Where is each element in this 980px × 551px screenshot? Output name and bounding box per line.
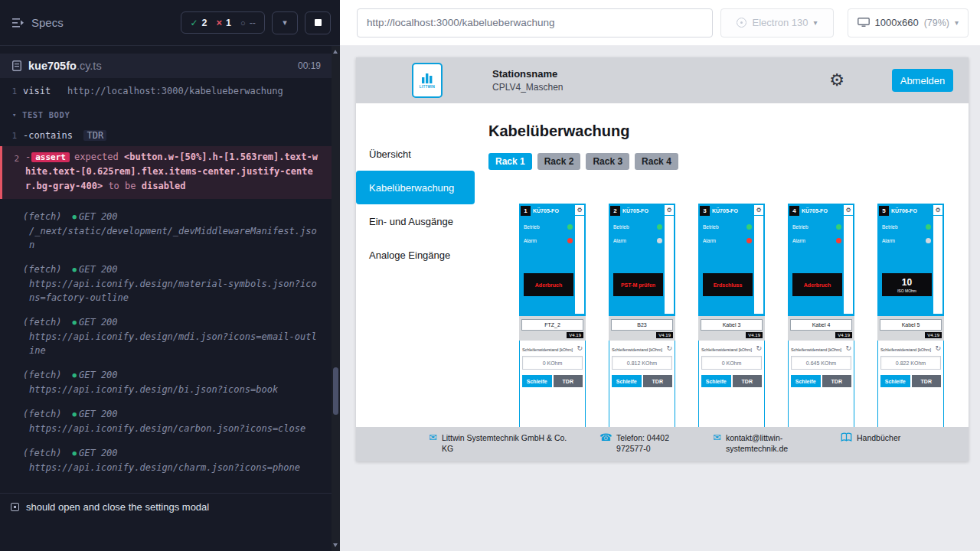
tab-rack-2[interactable]: Rack 2 [537, 153, 581, 170]
card-settings-button[interactable]: ⚙ [754, 205, 763, 215]
viewport-select[interactable]: 1000x660 (79%) ▾ [848, 8, 969, 37]
specs-menu-button[interactable]: Specs [12, 16, 64, 29]
sidebar-item-kabelueberwachung[interactable]: Kabelüberwachung [356, 171, 475, 204]
refresh-icon[interactable]: ↻ [935, 345, 941, 352]
application-under-test: LITTWIN Stationsname CPLV4_Maschen ⚙ Abm… [356, 57, 969, 461]
stop-icon [315, 19, 322, 26]
specs-icon [12, 18, 24, 28]
chevron-down-icon: ▾ [12, 108, 17, 122]
network-log-entry[interactable]: (fetch) ● GET 200 https://api.iconify.de… [0, 315, 332, 357]
refresh-icon[interactable]: ↻ [756, 345, 762, 352]
tdr-button[interactable]: TDR [912, 375, 942, 387]
failed-assert-command[interactable]: 2 -assertexpected <button.w-[50%].h-[1.5… [0, 146, 332, 199]
alarm-label: Alarm [792, 238, 805, 243]
refresh-icon[interactable]: ↻ [666, 345, 672, 352]
command-contains[interactable]: 1 -contains TDR [0, 129, 332, 143]
mail-icon: ✉ [713, 432, 721, 442]
network-log-entry[interactable]: (fetch) ● GET 200 https://api.iconify.de… [0, 368, 332, 396]
stat-pending: ○ -- [240, 18, 256, 28]
footer-email[interactable]: ✉ kontakt@littwin-systemtechnik.de [713, 432, 812, 454]
tdr-button[interactable]: TDR [733, 375, 763, 387]
network-log-entry[interactable]: (fetch) ● GET 200 https://api.iconify.de… [0, 407, 332, 435]
url-input[interactable] [357, 8, 713, 37]
scroll-down-icon[interactable] [333, 543, 338, 547]
stat-passed: ✓ 2 [190, 18, 207, 28]
network-log-entry[interactable]: (fetch) ● GET 200 https://api.iconify.de… [0, 446, 332, 474]
status-dot-icon: ● [73, 407, 77, 422]
request-url: https://api.iconify.design/carbon.json?i… [0, 422, 332, 435]
app-sidebar: Übersicht Kabelüberwachung Ein- und Ausg… [356, 103, 475, 427]
sidebar-item-analoge-eingaenge[interactable]: Analoge Eingänge [356, 238, 475, 272]
specs-label: Specs [31, 16, 64, 29]
schleife-button[interactable]: Schleife [880, 375, 910, 387]
stat-failed: × 1 [216, 17, 231, 28]
card-settings-button[interactable]: ⚙ [933, 205, 942, 215]
firmware-version: V4.19 [656, 332, 673, 338]
footer-phone[interactable]: ☎ Telefon: 04402 972577-0 [599, 432, 684, 454]
device-card: 1 KÜ705-FO ⚙ Betrieb Alarm Aderbruch [519, 204, 586, 427]
pending-test-row[interactable]: should open and close the settings modal [0, 493, 332, 520]
book-icon [841, 432, 852, 442]
refresh-icon[interactable]: ↻ [577, 345, 583, 352]
chevron-down-icon: ▾ [283, 18, 287, 27]
alarm-label: Alarm [524, 238, 537, 243]
alarm-label: Alarm [613, 238, 626, 243]
stop-button[interactable] [305, 11, 331, 34]
card-settings-button[interactable]: ⚙ [665, 205, 674, 215]
device-card: 4 KÜ705-FO ⚙ Betrieb Alarm Aderbruch [788, 204, 854, 427]
status-display: Aderbruch [524, 273, 573, 296]
schleife-button[interactable]: Schleife [612, 375, 642, 387]
tdr-button[interactable]: TDR [822, 375, 852, 387]
spec-header[interactable]: kue705fo.cy.ts 00:19 [0, 54, 332, 78]
tab-rack-1[interactable]: Rack 1 [488, 153, 532, 170]
settings-gear-icon[interactable]: ⚙ [829, 72, 844, 89]
tab-rack-4[interactable]: Rack 4 [635, 153, 678, 170]
tdr-button[interactable]: TDR [643, 375, 673, 387]
reporter-scrollbar[interactable] [332, 46, 340, 551]
betrieb-led [567, 224, 573, 230]
logout-button[interactable]: Abmelden [892, 69, 953, 92]
network-log-entry[interactable]: (fetch) ● GET 200 https://api.iconify.de… [0, 262, 332, 305]
level-indicator [575, 216, 584, 314]
resistance-value: 0.645 KOhm [791, 356, 851, 370]
network-log-entry[interactable]: (fetch) ● GET 200 /_next/static/developm… [0, 210, 332, 252]
tdr-button[interactable]: TDR [554, 375, 583, 387]
status-display: PST-M prüfen [613, 273, 663, 296]
betrieb-label: Betrieb [613, 224, 629, 230]
schleife-button[interactable]: Schleife [522, 375, 552, 387]
sidebar-item-uebersicht[interactable]: Übersicht [356, 137, 475, 171]
collapse-all-button[interactable]: ▾ [272, 11, 298, 34]
device-card: 2 KÜ705-FO ⚙ Betrieb Alarm PST-M prüfen [609, 204, 675, 427]
cable-name: Kabel 5 [880, 319, 942, 331]
firmware-version: V4.19 [567, 332, 583, 338]
betrieb-led [746, 224, 752, 230]
footer-manuals[interactable]: Handbücher [841, 432, 900, 443]
card-settings-button[interactable]: ⚙ [844, 205, 853, 215]
station-name: CPLV4_Maschen [492, 82, 564, 93]
card-settings-button[interactable]: ⚙ [575, 205, 584, 215]
test-stats: ✓ 2 × 1 ○ -- [181, 11, 265, 34]
test-body-section[interactable]: ▾ TEST BODY [12, 108, 332, 122]
card-number: 5 [879, 206, 889, 216]
measure-label: Schleifenwiderstand [kOhm] [522, 347, 573, 352]
cable-name: Kabel 4 [790, 319, 852, 331]
sidebar-item-ein-und-ausgaenge[interactable]: Ein- und Ausgänge [356, 204, 475, 238]
schleife-button[interactable]: Schleife [701, 375, 731, 387]
card-number: 1 [521, 206, 531, 216]
scroll-up-icon[interactable] [333, 50, 338, 54]
logo-buildings-icon [421, 73, 433, 83]
aut-viewport: LITTWIN Stationsname CPLV4_Maschen ⚙ Abm… [340, 46, 980, 551]
tab-rack-3[interactable]: Rack 3 [586, 153, 629, 170]
app-header: LITTWIN Stationsname CPLV4_Maschen ⚙ Abm… [356, 57, 969, 103]
scrollbar-thumb[interactable] [333, 367, 338, 415]
cypress-reporter-panel: Specs ✓ 2 × 1 ○ -- ▾ [0, 0, 340, 551]
app-footer: ✉ Littwin Systemtechnik GmbH & Co. KG ☎ … [356, 427, 969, 461]
schleife-button[interactable]: Schleife [791, 375, 821, 387]
firmware-version: V4.19 [746, 332, 763, 338]
card-number: 2 [610, 206, 620, 216]
command-visit[interactable]: 1 visithttp://localhost:3000/kabelueberw… [0, 84, 332, 99]
level-indicator [665, 216, 674, 314]
status-dot-icon: ● [73, 210, 77, 224]
browser-select[interactable]: Electron 130 ▾ [720, 8, 834, 37]
refresh-icon[interactable]: ↻ [845, 345, 851, 352]
